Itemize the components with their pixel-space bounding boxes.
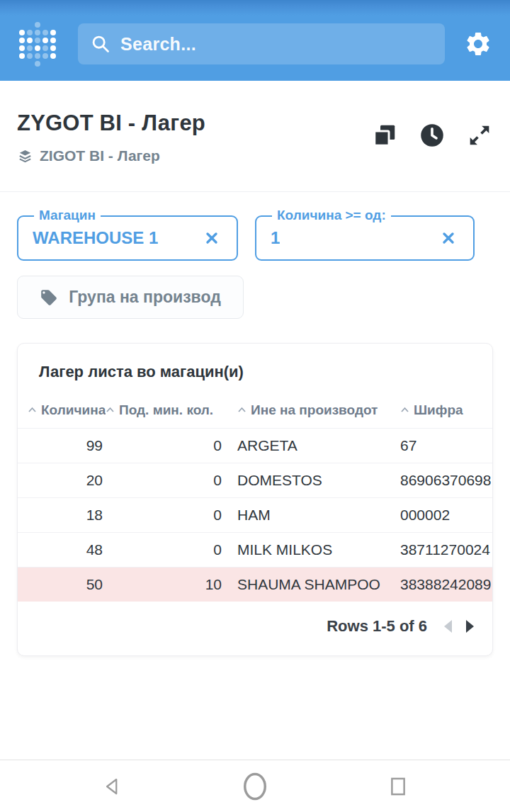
card-title: Лагер листа во магацин(и) bbox=[18, 344, 492, 381]
column-header[interactable]: Количина bbox=[18, 395, 106, 428]
filter-bar: Магацин WAREHOUSE 1 Количина >= од: 1 bbox=[17, 215, 493, 261]
table-cell[interactable]: 18 bbox=[18, 497, 106, 532]
table-cell[interactable]: 38711270024 bbox=[387, 532, 492, 567]
table-cell[interactable]: 50 bbox=[18, 567, 106, 602]
product-group-filter-button[interactable]: Група на производ bbox=[17, 276, 244, 319]
android-navbar bbox=[0, 760, 510, 812]
sort-chevron-icon bbox=[106, 407, 115, 413]
filter-store-label: Магацин bbox=[34, 208, 101, 223]
table-cell[interactable]: 86906370698 bbox=[387, 463, 492, 497]
results-table: КоличинаПод. мин. кол.Ине на производотШ… bbox=[18, 395, 492, 602]
expand-icon bbox=[468, 123, 492, 147]
table-cell[interactable]: 0 bbox=[106, 428, 225, 463]
breadcrumb[interactable]: ZIGOT BI - Лагер bbox=[17, 147, 371, 164]
fullscreen-button[interactable] bbox=[466, 122, 493, 149]
android-recents-button[interactable] bbox=[387, 775, 409, 798]
android-back-button[interactable] bbox=[101, 776, 123, 797]
table-cell[interactable]: 67 bbox=[387, 428, 492, 463]
dashboard-header: ZYGOT BI - Лагер ZIGOT BI - Лагер bbox=[0, 81, 510, 192]
breadcrumb-label: ZIGOT BI - Лагер bbox=[40, 147, 160, 164]
table-cell[interactable]: 000002 bbox=[387, 497, 492, 532]
column-header[interactable]: Под. мин. кол. bbox=[106, 395, 225, 428]
refresh-schedule-button[interactable] bbox=[419, 122, 446, 149]
gear-icon bbox=[464, 30, 492, 58]
table-cell[interactable]: ARGETA bbox=[225, 428, 387, 463]
home-circle-icon bbox=[242, 772, 268, 801]
table-body: 990ARGETA67200DOMESTOS86906370698180HAM0… bbox=[18, 428, 492, 602]
layers-icon bbox=[17, 148, 33, 164]
table-cell[interactable]: 0 bbox=[106, 497, 225, 532]
rows-count-label: Rows 1-5 of 6 bbox=[327, 617, 427, 636]
android-home-button[interactable] bbox=[242, 772, 268, 801]
close-icon bbox=[205, 231, 219, 245]
table-row[interactable]: 180HAM000002 bbox=[18, 497, 492, 532]
settings-button[interactable] bbox=[463, 29, 493, 59]
metabase-logo-icon[interactable] bbox=[17, 19, 58, 69]
table-row[interactable]: 480MILK MILKOS38711270024 bbox=[18, 532, 492, 567]
previous-page-button[interactable] bbox=[444, 620, 452, 633]
search-icon bbox=[91, 34, 110, 54]
table-cell[interactable]: SHAUMA SHAMPOO bbox=[225, 567, 387, 602]
filter-quantity-value: 1 bbox=[271, 228, 280, 248]
table-row[interactable]: 990ARGETA67 bbox=[18, 428, 492, 463]
table-cell[interactable]: HAM bbox=[225, 497, 387, 532]
table-cell[interactable]: 0 bbox=[106, 463, 225, 497]
table-cell[interactable]: 0 bbox=[106, 532, 225, 567]
sort-chevron-icon bbox=[28, 407, 37, 413]
filter-store-value: WAREHOUSE 1 bbox=[33, 228, 158, 248]
table-cell[interactable]: 38388242089 bbox=[387, 567, 492, 602]
table-header-row: КоличинаПод. мин. кол.Ине на производотШ… bbox=[18, 395, 492, 428]
table-cell[interactable]: 20 bbox=[18, 463, 106, 497]
table-row[interactable]: 200DOMESTOS86906370698 bbox=[18, 463, 492, 497]
table-cell[interactable]: 10 bbox=[106, 567, 225, 602]
copy-icon bbox=[372, 123, 397, 148]
table-cell[interactable]: 99 bbox=[18, 428, 106, 463]
table-cell[interactable]: MILK MILKOS bbox=[225, 532, 387, 567]
sort-chevron-icon bbox=[400, 407, 409, 413]
close-icon bbox=[441, 231, 455, 245]
search-input[interactable]: Search... bbox=[78, 23, 445, 64]
dashboard-card: Лагер листа во магацин(и) КоличинаПод. м… bbox=[17, 343, 493, 656]
next-page-button[interactable] bbox=[466, 620, 474, 633]
table-cell[interactable]: 48 bbox=[18, 532, 106, 567]
clock-icon bbox=[419, 123, 445, 148]
recents-square-icon bbox=[387, 775, 409, 798]
search-placeholder: Search... bbox=[120, 34, 196, 55]
clear-filter-button[interactable] bbox=[201, 227, 222, 249]
filter-store[interactable]: Магацин WAREHOUSE 1 bbox=[17, 215, 238, 261]
duplicate-button[interactable] bbox=[371, 122, 398, 149]
clear-filter-button[interactable] bbox=[438, 227, 459, 249]
column-header[interactable]: Ине на производот bbox=[225, 395, 387, 428]
table-cell[interactable]: DOMESTOS bbox=[225, 463, 387, 497]
filter-quantity-label: Количина >= од: bbox=[272, 208, 391, 223]
sort-chevron-icon bbox=[237, 407, 246, 413]
back-triangle-icon bbox=[101, 776, 123, 797]
filter-quantity[interactable]: Количина >= од: 1 bbox=[255, 215, 475, 261]
table-pagination: Rows 1-5 of 6 bbox=[18, 602, 492, 655]
page-title: ZYGOT BI - Лагер bbox=[17, 111, 371, 136]
app-header: Search... bbox=[0, 0, 510, 81]
table-row[interactable]: 5010SHAUMA SHAMPOO38388242089 bbox=[18, 567, 492, 602]
column-header[interactable]: Шифра bbox=[387, 395, 492, 428]
product-group-filter-label: Група на производ bbox=[69, 288, 221, 307]
tag-icon bbox=[40, 288, 58, 307]
